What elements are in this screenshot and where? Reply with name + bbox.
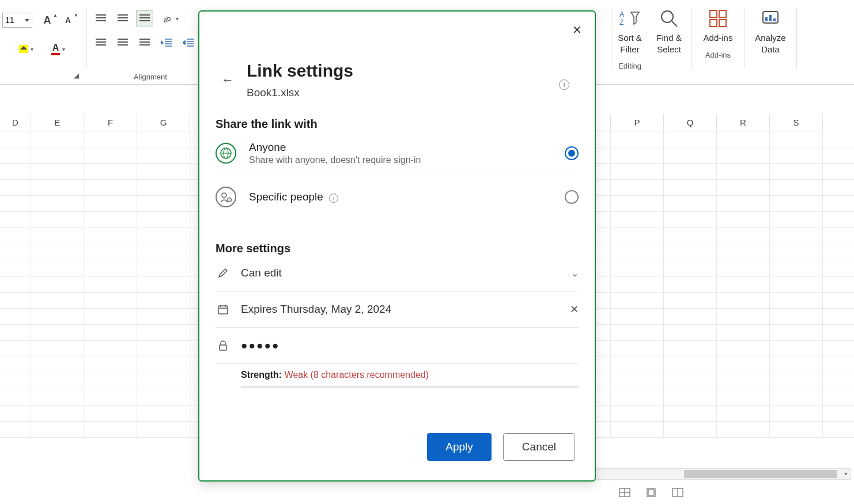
share-option-specific[interactable]: + Specific people i	[216, 176, 579, 218]
align-right-button[interactable]	[136, 35, 153, 51]
font-color-a-icon: A	[51, 43, 61, 55]
strength-value: Weak (8 characters recommended)	[285, 370, 429, 380]
radio-selected[interactable]	[565, 146, 579, 160]
people-icon: +	[216, 187, 236, 207]
analyze-icon	[758, 6, 783, 31]
align-bottom-button[interactable]	[136, 10, 153, 26]
page-break-view-button[interactable]	[670, 486, 686, 499]
indent-right-icon	[183, 38, 194, 47]
separator	[611, 8, 611, 69]
separator	[745, 8, 745, 69]
link-settings-dialog: ✕ ← i Link settings Book1.xlsx Share the…	[198, 10, 596, 482]
analyze-label: Analyze Data	[747, 32, 794, 55]
align-top-button[interactable]	[92, 10, 109, 26]
info-icon[interactable]: i	[329, 194, 338, 203]
increase-font-size-button[interactable]: A	[39, 13, 55, 28]
password-setting[interactable]: ●●●●●	[216, 328, 579, 364]
apply-button[interactable]: Apply	[427, 433, 492, 461]
align-center-button[interactable]	[114, 35, 131, 51]
option-title: Anyone	[249, 141, 421, 154]
horizontal-scrollbar[interactable]	[594, 468, 851, 480]
alignment-group-label: Alignment	[134, 73, 167, 81]
font-size-value: 11	[5, 16, 14, 25]
option-title: Specific people	[249, 191, 323, 203]
option-desc: Share with anyone, doesn't require sign-…	[249, 155, 421, 165]
expires-label: Expires	[241, 303, 277, 315]
share-heading: Share the link with	[216, 118, 579, 131]
sort-filter-button[interactable]: AZ Sort & Filter Editing	[613, 6, 647, 70]
option-text: Anyone Share with anyone, doesn't requir…	[249, 141, 421, 165]
password-strength: Strength: Weak (8 characters recommended…	[216, 364, 579, 382]
font-size-combo[interactable]: 11	[2, 13, 32, 28]
column-header[interactable]: Q	[664, 114, 717, 131]
find-select-label: Find & Select	[649, 32, 689, 55]
svg-rect-26	[218, 306, 228, 314]
svg-rect-6	[719, 10, 726, 17]
password-value: ●●●●●	[241, 339, 579, 352]
analyze-data-button[interactable]: Analyze Data	[747, 6, 794, 55]
decrease-font-size-button[interactable]: A	[60, 13, 76, 28]
decrease-indent-button[interactable]	[158, 35, 175, 51]
font-color-button[interactable]: A ▾	[48, 40, 68, 58]
more-settings-section: More settings Can edit ⌄ Expires Thursda…	[216, 242, 579, 388]
align-lines-icon	[139, 39, 150, 47]
dialog-title: Link settings	[247, 61, 353, 81]
svg-point-3	[662, 11, 673, 22]
radio-unselected[interactable]	[565, 190, 579, 204]
expires-setting[interactable]: Expires Thursday, May 2, 2024 ✕	[216, 291, 579, 328]
align-lines-icon	[118, 39, 128, 47]
column-header[interactable]: S	[770, 114, 823, 131]
lock-icon	[216, 338, 230, 353]
svg-text:Z: Z	[619, 18, 624, 26]
sort-filter-icon: AZ	[617, 6, 643, 31]
align-lines-icon	[96, 39, 106, 47]
dialog-launcher-icon[interactable]: ◢	[74, 71, 79, 79]
pencil-icon	[216, 266, 230, 281]
page-break-icon	[672, 488, 683, 497]
chevron-down-icon[interactable]: ▾	[176, 16, 179, 22]
globe-icon	[216, 143, 236, 164]
align-middle-button[interactable]	[114, 10, 131, 26]
cancel-button[interactable]: Cancel	[503, 433, 575, 461]
column-header[interactable]: D	[0, 114, 31, 131]
addins-icon	[705, 6, 731, 31]
chevron-down-icon[interactable]: ⌄	[571, 268, 579, 279]
page-layout-view-button[interactable]	[643, 486, 659, 499]
strength-label: Strength:	[241, 370, 282, 380]
column-header[interactable]: R	[717, 114, 770, 131]
orientation-button[interactable]: ab ▾	[161, 10, 179, 26]
chevron-down-icon[interactable]: ▾	[31, 46, 33, 52]
align-left-button[interactable]	[92, 35, 109, 51]
column-header[interactable]: P	[611, 114, 664, 131]
svg-rect-17	[648, 490, 654, 495]
svg-line-4	[672, 21, 677, 26]
column-header[interactable]: E	[31, 114, 84, 131]
close-button[interactable]: ✕	[572, 23, 582, 37]
svg-rect-8	[719, 20, 726, 26]
strength-bar	[241, 386, 579, 388]
permission-label: Can edit	[241, 267, 571, 279]
info-icon[interactable]: i	[559, 79, 569, 90]
permission-setting[interactable]: Can edit ⌄	[216, 255, 579, 291]
svg-rect-5	[710, 10, 717, 17]
addins-button[interactable]: Add-ins Add-ins	[697, 6, 739, 59]
more-settings-heading: More settings	[216, 242, 579, 255]
fill-color-button[interactable]: ▾	[16, 40, 36, 58]
grid-view-icon	[619, 488, 630, 497]
dialog-filename: Book1.xlsx	[247, 86, 300, 99]
find-select-button[interactable]: Find & Select	[649, 6, 689, 55]
column-header[interactable]: F	[84, 114, 137, 131]
normal-view-button[interactable]	[617, 486, 633, 499]
increase-indent-button[interactable]	[180, 35, 197, 51]
column-header[interactable]: G	[137, 114, 190, 131]
svg-rect-12	[773, 18, 776, 21]
clear-expiration-button[interactable]: ✕	[570, 303, 579, 316]
calendar-icon	[216, 302, 230, 317]
bucket-icon	[19, 45, 28, 53]
separator	[86, 8, 87, 69]
svg-text:A: A	[619, 10, 624, 18]
alignment-group: ab ▾	[92, 10, 197, 59]
share-option-anyone[interactable]: Anyone Share with anyone, doesn't requir…	[216, 131, 579, 176]
chevron-down-icon[interactable]: ▾	[62, 46, 65, 52]
back-button[interactable]: ←	[221, 73, 234, 88]
